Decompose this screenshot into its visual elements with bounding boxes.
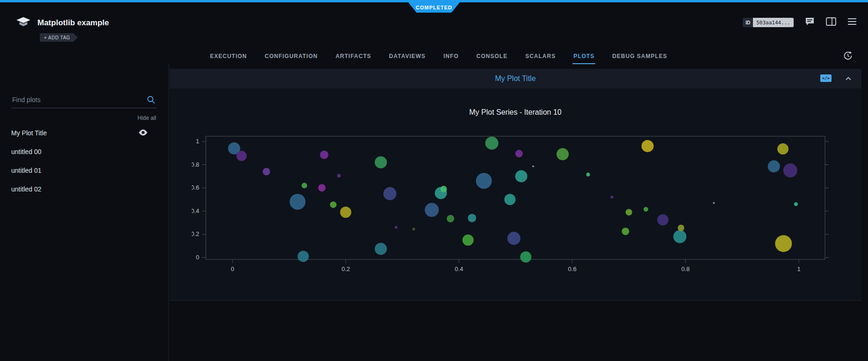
- plot-item-label: untitled 02: [11, 185, 42, 193]
- plot-item-label: untitled 00: [11, 148, 42, 155]
- status-color-bar: [0, 0, 868, 2]
- add-tag-button[interactable]: + ADD TAG: [40, 33, 78, 42]
- svg-text:0: 0: [196, 254, 199, 261]
- tab-plots[interactable]: PLOTS: [572, 49, 595, 64]
- svg-text:0.6: 0.6: [568, 265, 577, 273]
- feedback-icon[interactable]: [805, 17, 815, 28]
- tab-execution[interactable]: EXECUTION: [209, 49, 248, 64]
- view-code-icon[interactable]: </>: [820, 74, 832, 82]
- plot-panel-header: My Plot Title </>: [169, 69, 861, 88]
- tab-debug-samples[interactable]: DEBUG SAMPLES: [611, 49, 668, 64]
- header-actions: ID 503aa144...: [743, 17, 857, 28]
- tab-artifacts[interactable]: ARTIFACTS: [334, 49, 372, 64]
- app-window: COMPLETED Matplotlib example + ADD TAG I…: [0, 0, 868, 361]
- tab-scalars[interactable]: SCALARS: [524, 49, 557, 64]
- plot-list: My Plot Title untitled 00 untitled 01 un…: [0, 124, 168, 199]
- status-badge: COMPLETED: [408, 2, 460, 13]
- app-logo-icon: [15, 16, 31, 30]
- svg-text:1: 1: [797, 265, 800, 273]
- svg-text:0.8: 0.8: [192, 161, 199, 168]
- svg-text:0: 0: [231, 265, 234, 273]
- experiment-title: Matplotlib example: [37, 18, 109, 28]
- menu-icon[interactable]: [847, 18, 857, 27]
- visibility-eye-icon[interactable]: [138, 129, 148, 138]
- main-content: My Plot Title </> My Plot Series - Itera…: [169, 64, 861, 361]
- plot-list-item[interactable]: untitled 00: [0, 142, 168, 161]
- scatter-plot[interactable]: 00.20.40.60.8100.20.40.60.81: [192, 131, 837, 279]
- tab-configuration[interactable]: CONFIGURATION: [264, 49, 318, 64]
- plot-item-label: My Plot Title: [11, 129, 47, 137]
- tab-info[interactable]: INFO: [442, 49, 460, 64]
- svg-text:0.2: 0.2: [341, 265, 350, 273]
- details-panel-icon[interactable]: [826, 17, 836, 28]
- svg-text:0.2: 0.2: [192, 230, 199, 237]
- hide-all-link[interactable]: Hide all: [137, 115, 156, 121]
- plot-item-label: untitled 01: [11, 167, 42, 174]
- experiment-id-badge[interactable]: ID 503aa144...: [743, 18, 794, 27]
- tab-dataviews[interactable]: DATAVIEWS: [388, 49, 427, 64]
- search-input[interactable]: [11, 93, 157, 108]
- plot-panel-title: My Plot Title: [495, 74, 535, 83]
- header: Matplotlib example: [15, 16, 109, 30]
- plot-list-item[interactable]: untitled 01: [0, 161, 168, 180]
- search-icon[interactable]: [146, 95, 156, 106]
- svg-text:0.8: 0.8: [681, 265, 690, 273]
- tab-console[interactable]: CONSOLE: [476, 49, 508, 64]
- plot-list-item[interactable]: My Plot Title: [0, 124, 168, 142]
- id-label: ID: [743, 18, 753, 27]
- id-value: 503aa144...: [753, 18, 794, 27]
- chart-title: My Plot Series - Iteration 10: [206, 108, 825, 117]
- plots-sidebar: Hide all My Plot Title untitled 00 untit…: [0, 64, 169, 361]
- plot-panel: My Plot Series - Iteration 10 00.20.40.6…: [169, 88, 861, 301]
- svg-text:0.4: 0.4: [192, 207, 199, 214]
- plot-list-item[interactable]: untitled 02: [0, 180, 168, 199]
- svg-text:0.6: 0.6: [192, 184, 199, 191]
- chevron-up-icon[interactable]: [845, 75, 852, 84]
- tab-bar: EXECUTION CONFIGURATION ARTIFACTS DATAVI…: [209, 49, 668, 64]
- svg-text:1: 1: [196, 138, 199, 145]
- svg-text:0.4: 0.4: [455, 265, 463, 273]
- auto-refresh-icon[interactable]: [842, 50, 854, 62]
